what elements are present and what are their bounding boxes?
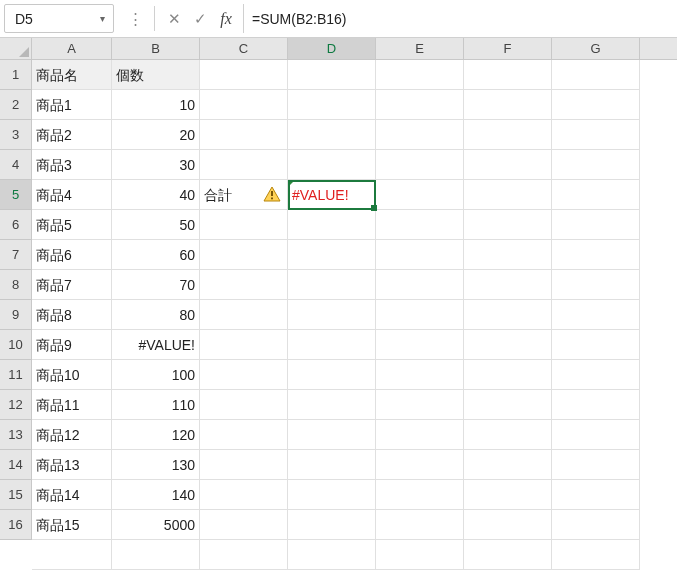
cell-empty[interactable] [200, 480, 288, 510]
row-header-13[interactable]: 13 [0, 420, 31, 450]
cell-qty[interactable]: 110 [112, 390, 200, 420]
cell-name[interactable]: 商品13 [32, 450, 112, 480]
cell-empty[interactable] [464, 180, 552, 210]
cell-name[interactable]: 商品14 [32, 480, 112, 510]
cell-empty[interactable] [552, 150, 640, 180]
cell-empty[interactable] [552, 390, 640, 420]
cell-empty[interactable] [464, 240, 552, 270]
cell-qty[interactable]: 80 [112, 300, 200, 330]
cell-empty[interactable] [288, 330, 376, 360]
cell-empty[interactable] [552, 120, 640, 150]
cell-empty[interactable] [552, 90, 640, 120]
cell-empty[interactable] [288, 270, 376, 300]
cell-qty[interactable]: 70 [112, 270, 200, 300]
cell-empty[interactable] [464, 510, 552, 540]
cell-empty[interactable] [376, 390, 464, 420]
cell-empty[interactable] [376, 300, 464, 330]
row-header-7[interactable]: 7 [0, 240, 31, 270]
cell-empty[interactable] [464, 60, 552, 90]
cell-empty[interactable] [464, 270, 552, 300]
row-header-10[interactable]: 10 [0, 330, 31, 360]
cell-empty[interactable] [376, 450, 464, 480]
cell-qty[interactable]: 120 [112, 420, 200, 450]
row-header-4[interactable]: 4 [0, 150, 31, 180]
cell-name[interactable]: 商品9 [32, 330, 112, 360]
cell-empty[interactable] [200, 300, 288, 330]
cell-qty[interactable]: 5000 [112, 510, 200, 540]
cell-empty[interactable] [552, 360, 640, 390]
cell-name[interactable]: 商品11 [32, 390, 112, 420]
cell-empty[interactable] [552, 510, 640, 540]
cell-empty[interactable] [376, 150, 464, 180]
cell-empty[interactable] [200, 60, 288, 90]
warning-icon[interactable] [262, 185, 282, 203]
column-header-G[interactable]: G [552, 38, 640, 59]
cell-empty[interactable] [376, 480, 464, 510]
cells-area[interactable]: 商品名個数商品110商品220商品330商品440商品550商品660商品770… [32, 60, 677, 573]
row-header-6[interactable]: 6 [0, 210, 31, 240]
cell-empty[interactable] [464, 480, 552, 510]
row-header-15[interactable]: 15 [0, 480, 31, 510]
cell-empty[interactable] [200, 450, 288, 480]
cell-empty[interactable] [32, 540, 112, 570]
cell-empty[interactable] [376, 210, 464, 240]
cell-empty[interactable] [464, 420, 552, 450]
cell-empty[interactable] [376, 240, 464, 270]
cell-empty[interactable] [200, 540, 288, 570]
cell-empty[interactable] [464, 540, 552, 570]
cell-empty[interactable] [552, 300, 640, 330]
cell-empty[interactable] [552, 240, 640, 270]
cell-empty[interactable] [200, 390, 288, 420]
cell-empty[interactable] [464, 390, 552, 420]
cell-qty[interactable]: 50 [112, 210, 200, 240]
cell-empty[interactable] [552, 60, 640, 90]
cell-name[interactable]: 商品10 [32, 360, 112, 390]
cell-qty[interactable]: 60 [112, 240, 200, 270]
cell-qty[interactable]: 10 [112, 90, 200, 120]
cell-empty[interactable] [200, 510, 288, 540]
row-header-11[interactable]: 11 [0, 360, 31, 390]
cell-empty[interactable] [200, 210, 288, 240]
column-header-E[interactable]: E [376, 38, 464, 59]
cell-empty[interactable] [376, 510, 464, 540]
row-header-8[interactable]: 8 [0, 270, 31, 300]
cell-empty[interactable] [288, 360, 376, 390]
cell-empty[interactable] [200, 420, 288, 450]
row-header-1[interactable]: 1 [0, 60, 31, 90]
cell-empty[interactable] [552, 180, 640, 210]
cell-name[interactable]: 商品1 [32, 90, 112, 120]
cell-empty[interactable] [200, 330, 288, 360]
cell-qty[interactable]: #VALUE! [112, 330, 200, 360]
row-header-12[interactable]: 12 [0, 390, 31, 420]
cell-name[interactable]: 商品5 [32, 210, 112, 240]
cell-empty[interactable] [552, 210, 640, 240]
cell-empty[interactable] [200, 270, 288, 300]
cell-empty[interactable] [552, 330, 640, 360]
fx-icon[interactable]: fx [213, 4, 239, 33]
cell-empty[interactable] [200, 240, 288, 270]
cell-empty[interactable] [288, 510, 376, 540]
cell-empty[interactable] [288, 150, 376, 180]
cell-name[interactable]: 商品3 [32, 150, 112, 180]
cell-empty[interactable] [376, 90, 464, 120]
cell-empty[interactable] [464, 90, 552, 120]
cell-empty[interactable] [288, 240, 376, 270]
row-header-9[interactable]: 9 [0, 300, 31, 330]
cell-empty[interactable] [288, 420, 376, 450]
cell-name[interactable]: 商品15 [32, 510, 112, 540]
column-header-F[interactable]: F [464, 38, 552, 59]
cell-empty[interactable] [288, 390, 376, 420]
cell-empty[interactable] [552, 450, 640, 480]
cell-empty[interactable] [376, 270, 464, 300]
confirm-icon[interactable]: ✓ [187, 4, 213, 33]
cell-header-name[interactable]: 商品名 [32, 60, 112, 90]
cell-empty[interactable] [376, 180, 464, 210]
cell-empty[interactable] [376, 60, 464, 90]
cell-name[interactable]: 商品6 [32, 240, 112, 270]
cell-empty[interactable] [200, 90, 288, 120]
cell-header-qty[interactable]: 個数 [112, 60, 200, 90]
cell-empty[interactable] [288, 450, 376, 480]
cell-name[interactable]: 商品4 [32, 180, 112, 210]
cell-empty[interactable] [200, 150, 288, 180]
select-all-corner[interactable] [0, 38, 32, 60]
